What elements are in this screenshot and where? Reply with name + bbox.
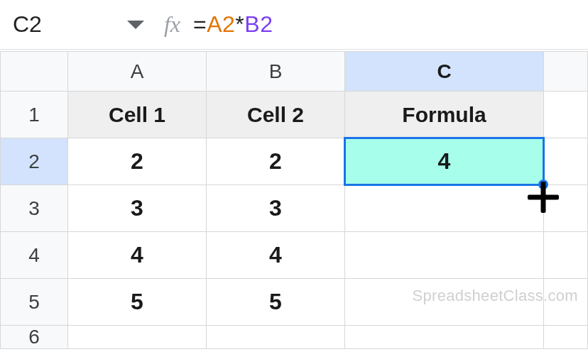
- select-all-corner[interactable]: [1, 52, 68, 92]
- column-header-extra[interactable]: [544, 52, 588, 92]
- fx-icon: fx: [164, 11, 180, 38]
- active-cell-ref: C2: [13, 11, 42, 38]
- cell-a3[interactable]: 3: [68, 185, 207, 232]
- cell-b3[interactable]: 3: [207, 185, 345, 232]
- cell-a6[interactable]: [68, 326, 207, 349]
- formula-equals: =: [193, 11, 207, 38]
- cell-b1[interactable]: Cell 2: [207, 92, 345, 138]
- formula-input[interactable]: = A2 * B2: [193, 11, 273, 38]
- cell-b2[interactable]: 2: [207, 138, 345, 185]
- cell-c1[interactable]: Formula: [345, 92, 544, 138]
- cell-d5[interactable]: [544, 279, 588, 326]
- cell-c2[interactable]: 4: [345, 138, 544, 185]
- cell-a4[interactable]: 4: [68, 232, 207, 279]
- cell-a5[interactable]: 5: [68, 279, 207, 326]
- row-header-6[interactable]: 6: [1, 326, 68, 349]
- row-header-5[interactable]: 5: [1, 279, 68, 326]
- spreadsheet-grid[interactable]: A B C 1 Cell 1 Cell 2 Formula 2 2 2 4: [0, 51, 588, 349]
- cell-c2-value: 4: [438, 148, 451, 174]
- row-header-1[interactable]: 1: [1, 92, 68, 138]
- column-header-c[interactable]: C: [345, 52, 544, 92]
- caret-down-icon[interactable]: [127, 21, 144, 29]
- formula-ref-a2: A2: [207, 11, 235, 38]
- cell-b6[interactable]: [207, 326, 345, 349]
- formula-ref-b2: B2: [244, 11, 273, 38]
- cell-d6[interactable]: [544, 326, 588, 349]
- name-box[interactable]: C2: [13, 11, 144, 38]
- cell-a2[interactable]: 2: [68, 138, 207, 185]
- formula-operator: *: [235, 11, 244, 38]
- column-header-a[interactable]: A: [68, 52, 207, 92]
- cell-c5[interactable]: [345, 279, 544, 326]
- cell-d4[interactable]: [544, 232, 588, 279]
- row-header-4[interactable]: 4: [1, 232, 68, 279]
- cell-c6[interactable]: [345, 326, 544, 349]
- row-header-3[interactable]: 3: [1, 185, 68, 232]
- column-header-b[interactable]: B: [207, 52, 345, 92]
- cell-c4[interactable]: [345, 232, 544, 279]
- cell-d1[interactable]: [544, 92, 588, 138]
- cell-b4[interactable]: 4: [207, 232, 345, 279]
- cell-d3[interactable]: [544, 185, 588, 232]
- formula-bar: C2 fx = A2 * B2: [0, 0, 588, 50]
- row-header-2[interactable]: 2: [1, 138, 68, 185]
- cell-d2[interactable]: [544, 138, 588, 185]
- cell-c3[interactable]: [345, 185, 544, 232]
- cell-a1[interactable]: Cell 1: [68, 92, 207, 138]
- cell-b5[interactable]: 5: [207, 279, 345, 326]
